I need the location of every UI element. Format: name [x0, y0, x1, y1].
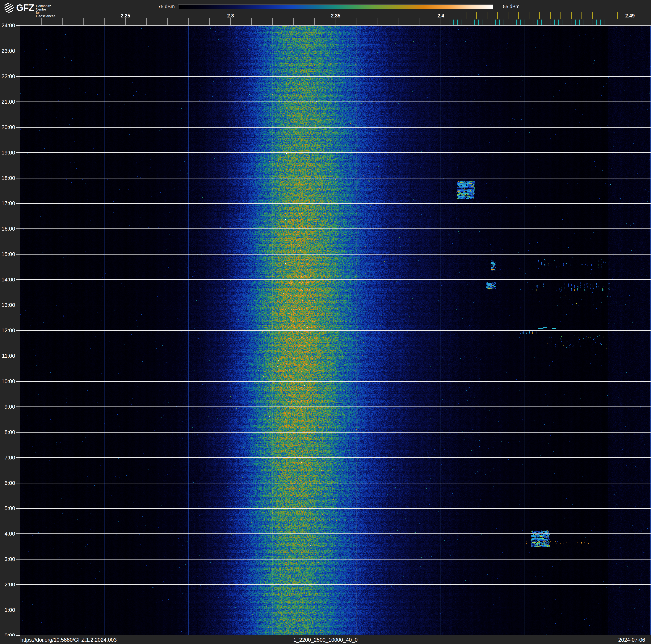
- freq-tick: [209, 18, 210, 25]
- freq-axis-label: 2.35: [331, 13, 340, 19]
- channel-tick-2mhz: [600, 20, 601, 25]
- channel-tick-2mhz: [503, 20, 504, 25]
- hour-tick: [16, 279, 20, 280]
- hour-tick: [16, 101, 20, 102]
- channel-tick-2mhz: [588, 20, 588, 25]
- freq-tick: [83, 18, 84, 25]
- freq-tick: [441, 18, 441, 25]
- channel-tick-2mhz: [575, 20, 576, 25]
- time-axis-label: 2:00: [0, 581, 15, 588]
- freq-axis-label: 2.4: [437, 13, 444, 19]
- channel-tick-2mhz: [567, 20, 567, 25]
- channel-tick-2mhz: [466, 20, 466, 25]
- time-axis-label: 21:00: [0, 98, 15, 105]
- logo-org-line1: Helmholtz Centre: [36, 4, 55, 11]
- time-axis-label: 14:00: [0, 276, 15, 283]
- channel-tick-2mhz: [537, 20, 537, 25]
- time-axis-label: 20:00: [0, 124, 15, 130]
- wifi-channel-tick: [617, 12, 618, 19]
- wifi-channel-tick: [518, 12, 519, 19]
- freq-tick: [104, 18, 104, 25]
- freq-axis-label: 2.3: [227, 13, 234, 19]
- freq-tick: [378, 18, 378, 25]
- hour-tick: [16, 51, 20, 51]
- wifi-channel-tick: [550, 12, 551, 19]
- time-axis-label: 10:00: [0, 378, 15, 385]
- gfz-logo-icon: [4, 3, 14, 12]
- wifi-channel-tick: [571, 12, 571, 19]
- channel-tick-2mhz: [584, 20, 584, 25]
- freq-tick: [230, 18, 231, 25]
- logo-org-name: Helmholtz Centre for Geosciences: [36, 4, 55, 18]
- channel-tick-2mhz: [604, 20, 605, 25]
- wifi-channel-tick: [497, 12, 498, 19]
- hour-tick: [16, 483, 20, 484]
- channel-tick-2mhz: [462, 20, 462, 25]
- hour-tick: [16, 203, 20, 204]
- time-axis-label: 12:00: [0, 327, 15, 334]
- spectrogram-canvas: [20, 25, 651, 635]
- wifi-channel-tick: [560, 12, 561, 19]
- channel-tick-2mhz: [541, 20, 542, 25]
- time-axis-label: 19:00: [0, 149, 15, 156]
- time-axis-label: 3:00: [0, 556, 15, 562]
- logo-text: GFZ: [16, 2, 34, 13]
- hour-tick: [16, 457, 20, 458]
- time-axis-label: 4:00: [0, 530, 15, 537]
- hour-tick: [16, 178, 20, 178]
- wifi-channel-tick: [487, 12, 488, 19]
- channel-tick-2mhz: [571, 20, 571, 25]
- channel-tick-2mhz: [579, 20, 580, 25]
- channel-tick-2mhz: [516, 20, 517, 25]
- channel-tick-2mhz: [487, 20, 487, 25]
- freq-tick: [167, 18, 168, 25]
- time-axis-label: 23:00: [0, 48, 15, 54]
- channel-tick-2mhz: [495, 20, 496, 25]
- freq-tick: [293, 18, 294, 25]
- channel-tick-2mhz: [512, 20, 513, 25]
- dataset-filename: 1_2200_2500_10000_40_0: [0, 636, 651, 644]
- channel-tick-2mhz: [478, 20, 479, 25]
- time-axis-label: 18:00: [0, 175, 15, 181]
- time-axis-label: 5:00: [0, 505, 15, 511]
- hour-tick: [16, 305, 20, 305]
- channel-tick-2mhz: [520, 20, 521, 25]
- channel-tick-2mhz: [525, 20, 525, 25]
- hour-tick: [16, 254, 20, 255]
- channel-tick-2mhz: [457, 20, 458, 25]
- time-axis-label: 15:00: [0, 251, 15, 258]
- freq-axis-label: 2.25: [121, 13, 130, 19]
- channel-tick-2mhz: [474, 20, 474, 25]
- date-label: 2024-07-06: [618, 636, 645, 644]
- channel-tick-2mhz: [592, 20, 592, 25]
- hour-tick: [16, 533, 20, 534]
- freq-tick: [399, 18, 399, 25]
- channel-tick-2mhz: [508, 20, 508, 25]
- channel-tick-2mhz: [449, 20, 450, 25]
- hour-tick: [16, 559, 20, 559]
- freq-tick: [630, 18, 630, 25]
- hour-tick: [16, 635, 20, 636]
- freq-tick: [125, 18, 126, 25]
- channel-tick-2mhz: [453, 20, 454, 25]
- time-axis-label: 13:00: [0, 302, 15, 308]
- channel-tick-2mhz: [445, 20, 445, 25]
- freq-tick: [146, 18, 147, 25]
- time-axis-label: 1:00: [0, 607, 15, 613]
- time-axis-label: 7:00: [0, 454, 15, 461]
- time-axis-label: 22:00: [0, 73, 15, 80]
- footer-bar: https://doi.org/10.5880/GFZ.1.2.2024.003…: [0, 636, 651, 644]
- freq-tick: [420, 18, 420, 25]
- channel-tick-2mhz: [546, 20, 546, 25]
- wifi-channel-tick: [539, 12, 540, 19]
- wifi-channel-tick: [508, 12, 508, 19]
- logo-org-line2: for Geosciences: [36, 11, 55, 18]
- channel-tick-2mhz: [596, 20, 597, 25]
- hour-tick: [16, 432, 20, 433]
- channel-tick-2mhz: [470, 20, 470, 25]
- time-axis-label: 24:00: [0, 22, 15, 29]
- channel-tick-2mhz: [533, 20, 533, 25]
- hour-tick: [16, 25, 20, 26]
- colorbar-min-label: -75 dBm: [136, 4, 175, 9]
- wifi-channel-tick: [592, 12, 593, 19]
